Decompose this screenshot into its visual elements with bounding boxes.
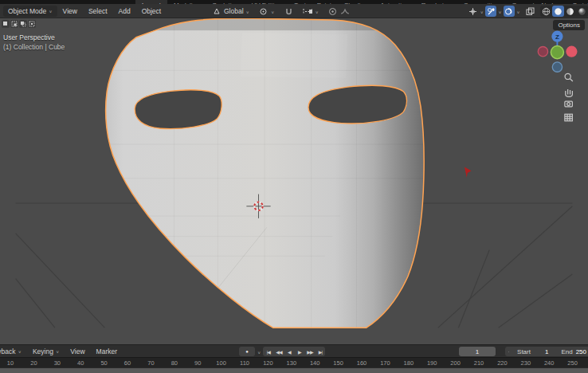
ruler-tick: 130 [287,359,297,367]
timeline-header: Playback ∨ Keying ∨ View Marker ● ∨ |◀ ◀… [0,344,588,357]
play-reverse-button[interactable]: ◀ [284,347,294,356]
timeline-view-menu[interactable]: View [65,347,90,355]
perspective-toggle-icon[interactable] [565,114,572,121]
ruler-tick: 140 [310,359,320,367]
ruler-tick: 230 [521,359,531,367]
jump-to-end-button[interactable]: ▶| [315,347,325,356]
transform-orientation-dropdown[interactable]: Global ∨ [209,6,253,17]
viewport-shading-group [540,6,588,17]
ruler-tick: 220 [497,359,508,367]
auto-key-record-button[interactable]: ● [239,347,255,356]
select-mode-extend-icon[interactable] [10,20,18,28]
shading-rendered-button[interactable] [576,6,588,17]
select-mode-subtract-icon[interactable] [19,20,27,28]
proportional-editing-toggle[interactable] [325,6,353,17]
select-mode-intersect-icon[interactable] [28,20,36,28]
jump-to-start-button[interactable]: |◀ [263,347,273,356]
ruler-tick: 170 [380,359,390,367]
blender-window: LayoutModelingSculptingUV EditingTexture… [0,0,588,373]
mode-label: Object Mode [8,7,46,15]
chevron-down-icon: ∨ [49,9,52,14]
ruler-tick: 210 [474,359,484,367]
menu-add[interactable]: Add [113,7,136,15]
overlays-icon [487,7,496,16]
header-right-controls: ∨ ∨ ∨ [467,4,588,18]
show-overlays-toggle[interactable] [485,6,496,17]
mask-top-shadow [104,18,428,30]
overlap-squares-icon [526,7,535,16]
shading-solid-button[interactable] [552,6,564,17]
ruler-tick: 20 [30,359,37,367]
navigation-gizmo[interactable]: Z [538,31,577,73]
playback-menu[interactable]: Playback ∨ [0,347,27,355]
gizmo-pos-x-axis [566,46,577,57]
ruler-tick: 80 [171,359,178,367]
marker-menu[interactable]: Marker [91,347,123,355]
collection-breadcrumb: (1) Collection | Cube [3,43,65,51]
ruler-tick: 110 [240,359,249,367]
play-button[interactable]: ▶ [294,347,304,356]
header-center-controls: Global ∨ ∨ ∨ [209,4,353,18]
falloff-curve-icon [340,6,350,16]
ruler-tick: 60 [124,359,131,367]
xray-toggle[interactable] [504,6,515,17]
next-keyframe-button[interactable]: ▶▶ [304,347,315,356]
chevron-down-icon[interactable]: ∨ [480,9,483,14]
menu-object[interactable]: Object [136,7,167,15]
show-gizmo-toggle[interactable] [467,6,478,17]
toggle-xray-squares[interactable] [525,6,536,17]
solid-sphere-icon [554,7,563,16]
ruler-tick: 200 [450,359,461,367]
start-frame-field[interactable]: 1 [545,348,548,355]
snap-target-dropdown[interactable]: ∨ [300,6,321,17]
ruler-tick: 190 [427,359,437,367]
ruler-tick: 120 [263,359,273,367]
preview-range-clock-icon[interactable] [508,347,509,355]
magnet-icon [284,6,293,16]
keying-menu[interactable]: Keying ∨ [27,347,65,355]
chevron-down-icon[interactable]: ∨ [516,9,519,14]
ruler-tick: 240 [544,359,555,367]
menu-select[interactable]: Select [83,7,113,15]
scene-canvas: Z [0,18,588,344]
ruler-tick: 30 [54,359,61,367]
wireframe-sphere-icon [542,7,551,16]
end-frame-field[interactable]: 250 [576,348,586,355]
ruler-tick: 180 [404,359,414,367]
current-frame-field[interactable]: 1 [459,347,496,356]
chevron-down-icon: ∨ [246,9,249,14]
viewport-3d[interactable]: Z [0,18,588,344]
ruler-tick: 250 [567,359,578,367]
chevron-down-icon: ∨ [56,349,59,354]
timeline-ruler[interactable]: 1020304050607080901001101201301401501601… [0,357,588,367]
prev-keyframe-button[interactable]: ◀◀ [273,347,284,356]
shading-wireframe-button[interactable] [540,6,552,17]
ruler-tick: 50 [100,359,107,367]
red-marker [465,167,472,178]
pivot-point-dropdown[interactable]: ∨ [256,6,277,17]
ruler-tick: 70 [147,359,154,367]
svg-text:Z: Z [555,33,559,41]
chevron-down-icon[interactable]: ∨ [257,349,261,354]
camera-view-icon[interactable] [565,101,572,107]
proportional-editing-icon [328,6,338,16]
viewport-header: Object Mode ∨ View Select Add Object Glo… [0,4,588,18]
mode-dropdown[interactable]: Object Mode ∨ [3,6,57,17]
ruler-tick: 100 [216,359,226,367]
options-button[interactable]: Options [553,20,585,30]
chevron-down-icon: ∨ [315,9,318,14]
chevron-down-icon[interactable]: ∨ [498,9,501,14]
select-mode-set-icon[interactable] [2,20,10,28]
orientation-icon [212,6,221,16]
snap-toggle[interactable] [280,6,296,17]
menu-view[interactable]: View [57,7,83,15]
shading-material-button[interactable] [564,6,576,17]
mask-object[interactable] [104,18,428,328]
pan-hand-icon[interactable] [566,89,573,96]
eye-hole-left [135,90,221,129]
start-label: Start [517,348,531,355]
xray-icon [504,7,513,16]
zoom-tool-icon[interactable] [565,73,573,81]
snap-increment-icon [303,6,312,16]
select-mode-toolbar [2,20,36,28]
